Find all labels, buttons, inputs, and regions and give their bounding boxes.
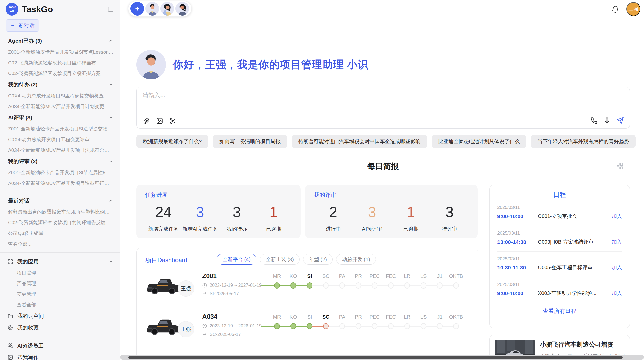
conversation-item[interactable]: C02-飞腾新能源轻客改款项目的闭环通告反馈情况 xyxy=(0,217,120,228)
milestone-dot xyxy=(372,323,377,329)
voice-call-icon[interactable] xyxy=(591,117,597,124)
stat-label: 已逾期 xyxy=(255,226,292,232)
milestone: FEC xyxy=(383,314,399,330)
project-row-a034[interactable]: 王强 A034 2023-12-19 ~ 2026-01-19 SC-2025-… xyxy=(137,310,478,351)
microphone-icon[interactable] xyxy=(604,117,610,124)
scissors-icon[interactable] xyxy=(170,117,177,124)
conversation-item[interactable]: A034-全新新能源MUV产品开发项目造型可行性评审 xyxy=(0,178,120,189)
view-all-schedule-link[interactable]: 查看所有日程 xyxy=(497,307,622,315)
schedule-event-title: X003-车辆动力学性能验... xyxy=(538,290,609,297)
filter-pill[interactable]: 年型 (2) xyxy=(303,254,333,265)
section-header-my-review[interactable]: 我的评审 (2) xyxy=(0,156,120,167)
conversation-item[interactable]: Z001-全新燃油皮卡产品开发项目SI节点Lesson Learn报告 xyxy=(0,47,120,57)
join-meeting-link[interactable]: 加入 xyxy=(612,264,622,271)
section-header-ai-review[interactable]: AI评审 (3) xyxy=(0,112,120,124)
image-upload-icon[interactable] xyxy=(156,117,163,124)
horizontal-scrollbar-track[interactable] xyxy=(120,355,644,360)
conversation-item[interactable]: C02-飞腾新能源轻客改款项目里程碑画布 xyxy=(0,57,120,68)
main-area: 王强 你好，王强，我是你的项目管理助理 小识 xyxy=(120,0,644,360)
add-agent-button[interactable] xyxy=(130,2,144,16)
conversation-item[interactable]: A034-全新新能源MUV产品开发项目计划变更表编写 xyxy=(0,101,120,112)
agent-avatar-2[interactable] xyxy=(160,2,174,16)
sidebar-item-write-helper[interactable]: 帮我写作 xyxy=(0,352,120,360)
attachment-icon[interactable] xyxy=(143,117,150,124)
milestone-label: LR xyxy=(399,273,415,281)
app-item[interactable]: 产品管理 xyxy=(0,278,120,289)
milestone-label: OKTB xyxy=(448,314,464,322)
conversation-item[interactable]: A034-全新新能源MUV产品开发项目法规符合性评审 xyxy=(0,145,120,156)
conversation-item[interactable]: 解释最新出台的欧盟报废车法规再生塑料比例被调至15%... xyxy=(0,207,120,217)
project-info: A034 2023-12-19 ~ 2026-01-19 SC-2025-05-… xyxy=(202,313,262,337)
suggestion-chip[interactable]: 如何写一份清晰的项目周报 xyxy=(213,135,287,148)
suggestion-chip[interactable]: 特朗普可能对进口汽车增税会对中国车企造成哪些影响 xyxy=(292,135,427,148)
sidebar-item-cloud-space[interactable]: 我的云空间 xyxy=(0,310,120,322)
section-title: 我的评审 (2) xyxy=(8,158,38,165)
schedule-time: 13:00-14:30 xyxy=(497,239,535,245)
milestone-label: FEC xyxy=(383,273,399,281)
milestone-label: LR xyxy=(399,314,415,322)
stat-value: 3 xyxy=(218,203,255,220)
suggestion-chip[interactable]: 欧洲新规最近颁布了什么? xyxy=(136,135,208,148)
schedule-time: 9:00-10:00 xyxy=(497,213,535,219)
sidebar-item-favorites[interactable]: 我的收藏 xyxy=(0,322,120,334)
sidebar-item-ai-employee[interactable]: AI超级员工 xyxy=(0,340,120,352)
agent-avatar-3[interactable] xyxy=(175,2,189,16)
milestone: LS xyxy=(415,314,432,330)
milestone-label: SC xyxy=(318,273,334,281)
agent-avatar-1[interactable] xyxy=(145,2,159,16)
stat-value: 3 xyxy=(430,203,469,220)
stat-value: 1 xyxy=(391,203,430,220)
conversation-item[interactable]: Z001-全新燃油轻卡产品开发项目SI节点属性5D文件评审 xyxy=(0,167,120,178)
milestone-label: SI xyxy=(301,314,318,322)
stat-item: 3 待评审 xyxy=(430,203,469,232)
conversation-item[interactable]: C0X4-动力总成开发项目工程变更评审 xyxy=(0,134,120,145)
conversation-item[interactable]: 公司Q3轻卡销量 xyxy=(0,228,120,239)
schedule-event-title: C005-整车工程目标评审 xyxy=(538,264,609,271)
filter-pill[interactable]: 全新上装 (3) xyxy=(260,254,300,265)
layout-grid-icon[interactable] xyxy=(616,162,624,170)
writing-icon xyxy=(8,355,13,360)
milestone: PR xyxy=(350,314,367,330)
review-stats: 2 进行中 3 AI预评审 1 已逾期 3 待 xyxy=(314,203,469,232)
section-header-agent-done[interactable]: Agent已办 (3) xyxy=(0,35,120,47)
project-row-z001[interactable]: 王强 Z001 2023-12-19 ~ 2027-01-19 SI-2025-… xyxy=(137,270,478,310)
notifications-bell-icon[interactable] xyxy=(611,6,619,13)
chat-input[interactable] xyxy=(143,92,623,99)
join-meeting-link[interactable]: 加入 xyxy=(612,290,622,297)
project-date-range: 2023-12-19 ~ 2027-01-19 xyxy=(210,283,262,288)
filter-pill[interactable]: 动总开发 (1) xyxy=(336,254,376,265)
app-item[interactable]: 变更管理 xyxy=(0,289,120,299)
user-avatar[interactable]: 王强 xyxy=(626,2,640,16)
milestone-label: PR xyxy=(350,314,367,322)
conversation-item[interactable]: C0X4-动力总成开发项目SI里程碑提交物检查 xyxy=(0,91,120,101)
milestone: KO xyxy=(285,273,301,290)
app-item[interactable]: 查看全部... xyxy=(0,299,120,310)
conversation-item[interactable]: Z001-全新燃油轻卡产品开发项目SI造型提交物评审 xyxy=(0,124,120,134)
dashboard-title: 项目Dashboard xyxy=(145,256,187,264)
filter-pill[interactable]: 全新平台 (4) xyxy=(217,254,256,265)
milestone-dot xyxy=(274,323,280,329)
send-icon[interactable] xyxy=(617,117,624,124)
milestone-dot xyxy=(437,323,443,329)
section-header-recent-chats[interactable]: 最近对话 xyxy=(0,195,120,207)
milestone-dot xyxy=(404,282,410,289)
collapse-sidebar-icon[interactable] xyxy=(107,6,114,12)
sidebar-item-my-apps[interactable]: 我的应用 xyxy=(0,256,120,267)
stat-label: 新增AI完成任务 xyxy=(182,226,219,232)
conversation-item[interactable]: 查看全部... xyxy=(0,239,120,249)
project-next-milestone: SC-2025-05-17 xyxy=(210,332,241,337)
horizontal-scrollbar-thumb[interactable] xyxy=(128,356,623,359)
suggestion-chip[interactable]: 当下年轻人对汽车外观有怎样的喜好趋势 xyxy=(531,135,636,148)
conversation-item[interactable]: C02-飞腾新能源轻客改款项目立项汇报方案 xyxy=(0,68,120,79)
schedule-item: 2025/03/11 13:00-14:30 C003|H0B-方案冻结评审 加… xyxy=(497,226,622,251)
join-meeting-link[interactable]: 加入 xyxy=(612,238,622,245)
taskgo-app: Task Go TaskGo 新对话 Agent已办 (3) Z001-全新燃油… xyxy=(0,0,644,360)
people-icon xyxy=(8,343,13,349)
stat-item: 1 已逾期 xyxy=(255,203,292,232)
section-header-my-todo[interactable]: 我的待办 (2) xyxy=(0,79,120,91)
milestone-label: FEC xyxy=(383,314,399,322)
suggestion-chip[interactable]: 比亚迪全固态电池计划具体说了什么 xyxy=(432,135,526,148)
new-chat-button[interactable]: 新对话 xyxy=(6,19,39,32)
app-item[interactable]: 项目管理 xyxy=(0,267,120,278)
join-meeting-link[interactable]: 加入 xyxy=(612,213,622,220)
